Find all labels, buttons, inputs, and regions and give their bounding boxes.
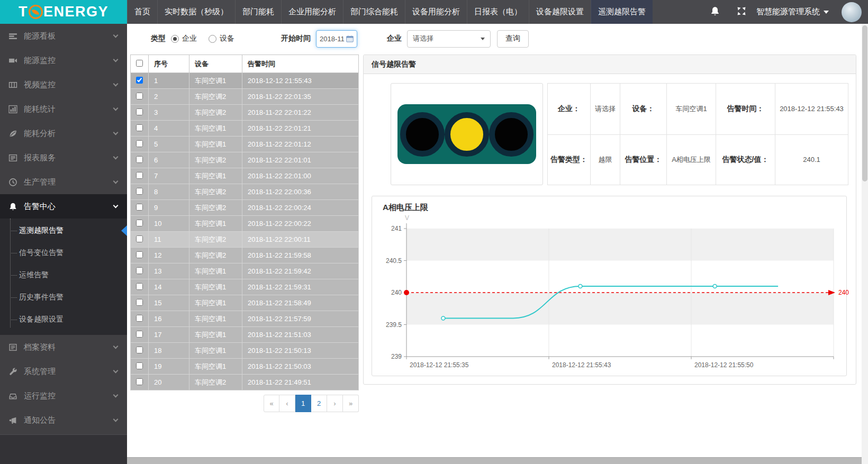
sidebar-item-operation-monitor[interactable]: 运行监控 bbox=[0, 384, 127, 408]
scrollbar-thumb[interactable] bbox=[862, 25, 867, 181]
sidebar-item-archives[interactable]: 档案资料 bbox=[0, 335, 127, 359]
alarm-center-submenu: 遥测越限告警 信号变位告警 运维告警 历史事件告警 设备越限设置 bbox=[0, 219, 127, 335]
row-checkbox[interactable] bbox=[136, 235, 143, 242]
start-time-input[interactable] bbox=[316, 30, 357, 48]
top-nav-item[interactable]: 部门综合能耗 bbox=[343, 0, 405, 24]
calendar-icon[interactable] bbox=[346, 35, 354, 43]
page-next-button[interactable]: › bbox=[327, 395, 343, 412]
row-checkbox[interactable] bbox=[136, 378, 143, 385]
row-checkbox[interactable] bbox=[136, 362, 143, 369]
row-checkbox[interactable] bbox=[136, 172, 143, 179]
alarm-table-row[interactable]: 6车间空调22018-11-22 22:01:01 bbox=[131, 152, 359, 168]
sidebar-item-system-mgmt[interactable]: 系统管理 bbox=[0, 359, 127, 384]
chart-title: A相电压上限 bbox=[377, 203, 846, 213]
row-checkbox[interactable] bbox=[136, 299, 143, 306]
sidebar-item-energy-stats[interactable]: 能耗统计 bbox=[0, 97, 127, 121]
traffic-light-icon bbox=[397, 104, 536, 164]
alarm-table-row[interactable]: 11车间空调22018-11-22 22:00:11 bbox=[131, 232, 359, 248]
row-checkbox[interactable] bbox=[136, 140, 143, 147]
sidebar-item-energy-analysis[interactable]: 能耗分析 bbox=[0, 121, 127, 145]
cell-time: 2018-11-22 21:59:42 bbox=[242, 263, 359, 279]
chevron-down-icon bbox=[113, 106, 119, 111]
top-nav-item-active[interactable]: 遥测越限告警 bbox=[591, 0, 653, 24]
detail-label-enterprise: 企业： bbox=[548, 84, 590, 134]
alarm-table-row[interactable]: 2车间空调22018-11-22 22:01:35 bbox=[131, 89, 359, 105]
alarm-table-row[interactable]: 14车间空调12018-11-22 21:59:31 bbox=[131, 279, 359, 295]
alarm-table-row[interactable]: 15车间空调12018-11-22 21:58:49 bbox=[131, 295, 359, 311]
row-checkbox[interactable] bbox=[136, 156, 143, 163]
page-1-button[interactable]: 1 bbox=[295, 395, 311, 412]
sidebar-item-video-monitor[interactable]: 视频监控 bbox=[0, 72, 127, 97]
alarm-table-row[interactable]: 8车间空调22018-11-22 22:00:36 bbox=[131, 184, 359, 200]
top-nav-item[interactable]: 日报表（电） bbox=[467, 0, 529, 24]
row-checkbox[interactable] bbox=[136, 347, 143, 353]
sidebar-subitem-signal-change-alarm[interactable]: 信号变位告警 bbox=[0, 242, 127, 264]
alarm-table-row[interactable]: 16车间空调12018-11-22 21:57:59 bbox=[131, 311, 359, 327]
alarm-table-row[interactable]: 3车间空调22018-11-22 22:01:22 bbox=[131, 105, 359, 121]
sidebar-subitem-ops-alarm[interactable]: 运维告警 bbox=[0, 264, 127, 286]
fullscreen-icon[interactable] bbox=[736, 6, 747, 19]
sidebar-subitem-device-limit-setting[interactable]: 设备越限设置 bbox=[0, 308, 127, 331]
chevron-down-icon bbox=[113, 179, 119, 184]
select-all-checkbox[interactable] bbox=[136, 60, 143, 67]
cell-device: 车间空调2 bbox=[189, 184, 242, 200]
alarm-table-row[interactable]: 9车间空调22018-11-22 22:00:24 bbox=[131, 200, 359, 216]
radio-enterprise[interactable] bbox=[171, 35, 179, 43]
sub-item-label: 运维告警 bbox=[19, 270, 49, 280]
start-time-value[interactable] bbox=[320, 35, 346, 43]
sidebar-item-energy-board[interactable]: 能源看板 bbox=[0, 24, 127, 48]
top-nav-item[interactable]: 首页 bbox=[127, 0, 157, 24]
sidebar-item-alarm-center[interactable]: 告警中心 bbox=[0, 194, 127, 219]
sidebar-item-production-mgmt[interactable]: 生产管理 bbox=[0, 170, 127, 194]
alarm-table-row[interactable]: 20车间空调22018-11-22 21:49:51 bbox=[131, 375, 359, 390]
cell-time: 2018-11-22 22:00:24 bbox=[242, 200, 359, 216]
enterprise-select[interactable]: 请选择 bbox=[407, 30, 491, 48]
vertical-scrollbar[interactable] bbox=[862, 24, 868, 464]
sidebar-subitem-telemetry-limit-alarm[interactable]: 遥测越限告警 bbox=[0, 220, 127, 242]
cell-no: 20 bbox=[149, 375, 189, 390]
cell-no: 10 bbox=[149, 216, 189, 232]
top-nav-item[interactable]: 企业用能分析 bbox=[281, 0, 343, 24]
alarm-table-row[interactable]: 10车间空调12018-11-22 22:00:22 bbox=[131, 216, 359, 232]
avatar[interactable] bbox=[842, 2, 862, 22]
top-nav-item[interactable]: 实时数据（秒级） bbox=[157, 0, 235, 24]
horizontal-scrollbar[interactable] bbox=[127, 457, 862, 464]
alarm-table-row[interactable]: 13车间空调12018-11-22 21:59:42 bbox=[131, 263, 359, 279]
row-checkbox[interactable] bbox=[136, 283, 143, 290]
alarm-table-row[interactable]: 12车间空调22018-11-22 21:59:58 bbox=[131, 248, 359, 263]
sidebar-item-energy-monitor[interactable]: 能源监控 bbox=[0, 48, 127, 72]
bell-icon[interactable] bbox=[710, 6, 720, 19]
top-nav-item[interactable]: 设备越限设置 bbox=[529, 0, 591, 24]
row-checkbox[interactable] bbox=[136, 77, 143, 84]
search-button[interactable]: 查询 bbox=[497, 30, 529, 48]
row-checkbox[interactable] bbox=[136, 93, 143, 99]
top-nav-item[interactable]: 部门能耗 bbox=[235, 0, 281, 24]
page-first-button[interactable]: « bbox=[264, 395, 279, 412]
top-nav-item[interactable]: 设备用能分析 bbox=[405, 0, 467, 24]
alarm-table-row[interactable]: 17车间空调12018-11-22 21:51:03 bbox=[131, 327, 359, 343]
row-checkbox[interactable] bbox=[136, 220, 143, 226]
row-checkbox[interactable] bbox=[136, 124, 143, 131]
sidebar-item-notice[interactable]: 通知公告 bbox=[0, 408, 127, 432]
row-checkbox[interactable] bbox=[136, 331, 143, 338]
row-checkbox[interactable] bbox=[136, 188, 143, 195]
radio-device[interactable] bbox=[209, 35, 216, 43]
sidebar-subitem-history-event-alarm[interactable]: 历史事件告警 bbox=[0, 286, 127, 308]
alarm-table-row[interactable]: 4车间空调12018-11-22 22:01:21 bbox=[131, 121, 359, 137]
row-checkbox[interactable] bbox=[136, 267, 143, 274]
row-checkbox[interactable] bbox=[136, 251, 143, 258]
page-prev-button[interactable]: ‹ bbox=[279, 395, 295, 412]
alarm-table-row[interactable]: 5车间空调12018-11-22 22:01:12 bbox=[131, 137, 359, 152]
row-checkbox[interactable] bbox=[136, 315, 143, 322]
signal-alarm-panel: 信号越限告警 企业： 请选择 设备： bbox=[363, 54, 856, 385]
row-checkbox[interactable] bbox=[136, 204, 143, 211]
alarm-table-row[interactable]: 7车间空调12018-11-22 22:01:00 bbox=[131, 168, 359, 184]
alarm-table-row[interactable]: 18车间空调12018-11-22 21:50:13 bbox=[131, 343, 359, 359]
row-checkbox[interactable] bbox=[136, 108, 143, 115]
sidebar-item-report-service[interactable]: 报表服务 bbox=[0, 145, 127, 170]
system-title-dropdown[interactable]: 智慧能源管理系统 bbox=[756, 7, 829, 17]
alarm-table-row[interactable]: 19车间空调12018-11-22 21:50:03 bbox=[131, 359, 359, 375]
page-2-button[interactable]: 2 bbox=[311, 395, 327, 412]
alarm-table-row[interactable]: 1车间空调12018-12-12 21:55:43 bbox=[131, 73, 359, 89]
page-last-button[interactable]: » bbox=[343, 395, 359, 412]
